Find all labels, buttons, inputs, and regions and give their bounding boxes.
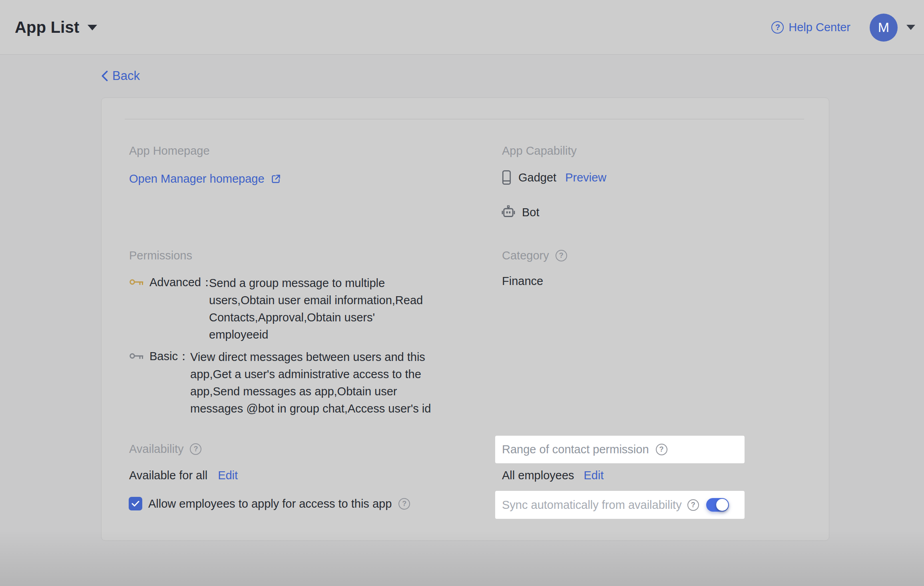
gadget-icon <box>502 170 511 185</box>
capability-bot-row: Bot <box>501 205 540 219</box>
apply-access-checkbox[interactable] <box>129 497 142 510</box>
open-manager-homepage-link[interactable]: Open Manager homepage <box>129 172 281 185</box>
checkmark-icon <box>131 500 139 507</box>
contact-permission-help-icon[interactable]: ? <box>656 444 667 455</box>
avatar-initial: M <box>878 20 889 35</box>
advanced-permissions-label: Advanced： <box>149 275 213 291</box>
contact-permission-value-row: All employees Edit <box>502 469 604 482</box>
contact-permission-value: All employees <box>502 469 574 482</box>
apply-access-label: Allow employees to apply for access to t… <box>148 497 392 510</box>
help-center-label: Help Center <box>789 21 850 34</box>
contact-permission-label: Range of contact permission <box>502 443 649 456</box>
sync-availability-label: Sync automatically from availability <box>502 498 682 512</box>
availability-value: Available for all <box>129 469 207 482</box>
apply-access-help-icon[interactable]: ? <box>398 498 410 510</box>
toggle-knob <box>716 499 728 511</box>
key-icon-basic <box>129 351 144 361</box>
bot-icon <box>501 205 516 219</box>
app-detail-screen: App List ? Help Center M Back App Homepa… <box>0 0 924 586</box>
avatar[interactable]: M <box>870 14 898 42</box>
page-title: App List <box>15 18 80 36</box>
capability-bot-label: Bot <box>522 206 540 219</box>
availability-section: Availability ? <box>129 442 201 456</box>
help-question-icon: ? <box>771 21 784 34</box>
back-label: Back <box>112 69 140 83</box>
chevron-left-icon <box>101 70 108 82</box>
apply-access-row: Allow employees to apply for access to t… <box>129 497 410 510</box>
sync-availability-highlight: Sync automatically from availability ? <box>495 491 745 519</box>
header-right: ? Help Center M <box>771 0 915 55</box>
category-help-icon[interactable]: ? <box>556 250 567 261</box>
category-value: Finance <box>502 275 543 288</box>
back-link[interactable]: Back <box>101 69 140 83</box>
open-manager-homepage-label: Open Manager homepage <box>129 172 265 185</box>
account-menu-caret-icon[interactable] <box>906 25 915 30</box>
help-center-link[interactable]: ? Help Center <box>771 21 850 34</box>
chevron-down-icon <box>88 25 97 30</box>
capability-gadget-row: Gadget Preview <box>502 170 606 185</box>
capability-gadget-label: Gadget <box>518 171 556 184</box>
app-detail-card: App Homepage Open Manager homepage Permi… <box>101 98 829 541</box>
advanced-permissions-value: Send a group message to multiple users,O… <box>209 275 430 343</box>
key-icon-advanced <box>129 277 144 287</box>
permissions-label: Permissions <box>129 249 192 262</box>
basic-permissions-value: View direct messages between users and t… <box>190 349 436 417</box>
section-divider <box>125 119 804 120</box>
sync-availability-toggle[interactable] <box>706 498 729 512</box>
app-homepage-label: App Homepage <box>129 144 210 157</box>
contact-permission-edit-button[interactable]: Edit <box>584 469 604 482</box>
availability-value-row: Available for all Edit <box>129 469 238 482</box>
availability-help-icon[interactable]: ? <box>190 443 201 455</box>
contact-permission-highlight: Range of contact permission ? <box>495 436 745 463</box>
external-link-icon <box>271 173 281 184</box>
category-label: Category <box>502 249 549 262</box>
sync-availability-help-icon[interactable]: ? <box>687 499 699 511</box>
basic-permissions-label: Basic： <box>149 349 189 365</box>
availability-label: Availability <box>129 442 183 456</box>
availability-edit-button[interactable]: Edit <box>218 469 238 482</box>
app-list-title-dropdown[interactable]: App List <box>15 0 97 55</box>
app-capability-label: App Capability <box>502 144 577 157</box>
top-bar: App List ? Help Center M <box>0 0 924 55</box>
gadget-preview-link[interactable]: Preview <box>565 171 606 184</box>
category-section: Category ? <box>502 249 567 262</box>
